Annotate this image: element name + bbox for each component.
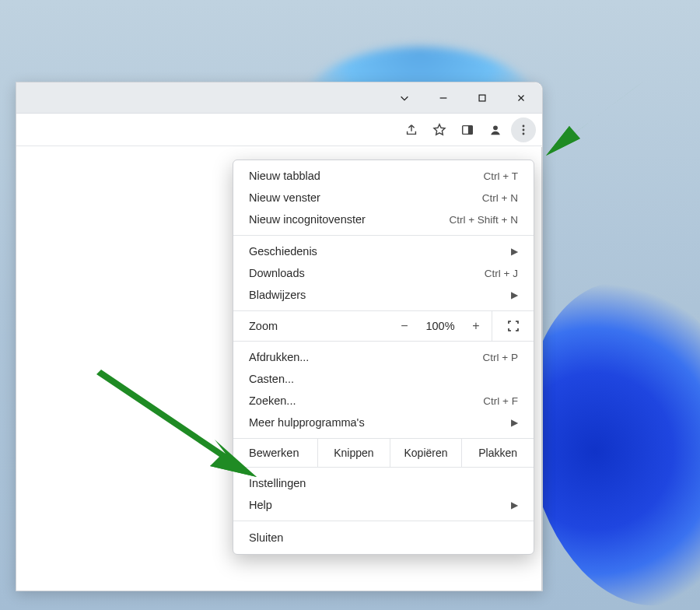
share-icon: [404, 123, 418, 137]
menu-shortcut: Ctrl + T: [484, 170, 518, 182]
menu-label: Nieuw venster: [249, 191, 320, 204]
bookmark-button[interactable]: [427, 117, 452, 142]
submenu-arrow-icon: ▶: [511, 500, 518, 510]
menu-item-more-tools[interactable]: Meer hulpprogramma's ▶: [233, 412, 534, 438]
menu-item-find[interactable]: Zoeken... Ctrl + F: [233, 390, 534, 412]
maximize-button[interactable]: [466, 86, 499, 110]
close-icon: [516, 93, 527, 103]
side-panel-button[interactable]: [455, 117, 480, 142]
menu-label: Downloads: [249, 267, 305, 279]
menu-item-new-window[interactable]: Nieuw venster Ctrl + N: [233, 187, 534, 209]
svg-rect-2: [468, 125, 472, 134]
menu-item-new-tab[interactable]: Nieuw tabblad Ctrl + T: [233, 160, 534, 187]
menu-label: Meer hulpprogramma's: [249, 416, 365, 429]
minimize-icon: [438, 93, 449, 103]
window-titlebar: [16, 82, 542, 114]
svg-point-4: [523, 124, 525, 127]
menu-item-help[interactable]: Help ▶: [233, 494, 534, 521]
menu-shortcut: Ctrl + F: [483, 395, 518, 407]
edit-paste-button[interactable]: Plakken: [461, 439, 534, 467]
submenu-arrow-icon: ▶: [511, 246, 518, 257]
side-panel-icon: [460, 123, 474, 137]
menu-item-new-incognito[interactable]: Nieuw incognitovenster Ctrl + Shift + N: [233, 209, 534, 235]
annotation-arrow: [544, 78, 653, 166]
menu-label: Help: [249, 499, 272, 511]
menu-item-print[interactable]: Afdrukken... Ctrl + P: [233, 342, 534, 368]
zoom-out-button[interactable]: −: [389, 319, 420, 333]
zoom-label: Zoom: [233, 320, 389, 332]
zoom-in-button[interactable]: +: [460, 319, 492, 333]
menu-shortcut: Ctrl + Shift + N: [449, 214, 518, 226]
menu-shortcut: Ctrl + N: [482, 192, 518, 204]
svg-rect-0: [479, 95, 485, 101]
profile-button[interactable]: [483, 117, 508, 142]
profile-icon: [488, 123, 502, 137]
maximize-icon: [477, 93, 488, 103]
zoom-value: 100%: [420, 320, 460, 332]
share-button[interactable]: [399, 117, 424, 142]
menu-item-downloads[interactable]: Downloads Ctrl + J: [233, 262, 534, 284]
menu-edit-row: Bewerken Knippen Kopiëren Plakken: [233, 438, 534, 468]
chevron-down-icon: [399, 93, 410, 103]
menu-label: Bladwijzers: [249, 289, 306, 301]
svg-point-3: [493, 125, 498, 130]
annotation-arrow: [93, 362, 264, 496]
more-menu-button[interactable]: [511, 117, 536, 142]
menu-item-history[interactable]: Geschiedenis ▶: [233, 236, 534, 262]
menu-item-settings[interactable]: Instellingen: [233, 468, 534, 494]
edit-cut-button[interactable]: Knippen: [317, 439, 390, 467]
chrome-main-menu: Nieuw tabblad Ctrl + T Nieuw venster Ctr…: [233, 160, 534, 555]
menu-item-cast[interactable]: Casten...: [233, 368, 534, 390]
menu-label: Geschiedenis: [249, 245, 317, 258]
close-button[interactable]: [505, 86, 537, 110]
submenu-arrow-icon: ▶: [511, 289, 518, 300]
menu-label: Nieuw incognitovenster: [249, 213, 366, 226]
fullscreen-button[interactable]: [492, 311, 534, 341]
svg-point-5: [523, 128, 525, 131]
menu-zoom-row: Zoom − 100% +: [233, 310, 534, 342]
star-icon: [432, 123, 446, 137]
tab-search-button[interactable]: [388, 86, 421, 110]
menu-item-bookmarks[interactable]: Bladwijzers ▶: [233, 284, 534, 310]
menu-shortcut: Ctrl + J: [485, 268, 518, 279]
menu-label: Sluiten: [249, 531, 283, 544]
menu-item-exit[interactable]: Sluiten: [233, 521, 534, 554]
submenu-arrow-icon: ▶: [511, 417, 518, 428]
vertical-dots-icon: [516, 123, 530, 137]
minimize-button[interactable]: [427, 86, 460, 110]
menu-label: Nieuw tabblad: [249, 170, 320, 182]
fullscreen-icon: [507, 320, 520, 332]
edit-copy-button[interactable]: Kopiëren: [390, 439, 462, 467]
menu-shortcut: Ctrl + P: [483, 352, 518, 363]
svg-point-6: [523, 132, 525, 135]
browser-toolbar: [16, 114, 542, 146]
